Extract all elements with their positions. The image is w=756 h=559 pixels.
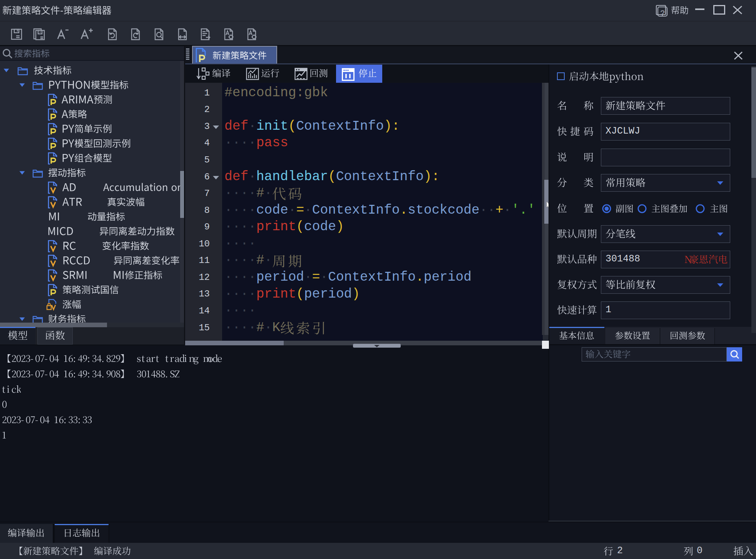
svg-text:?: ?: [660, 9, 664, 17]
